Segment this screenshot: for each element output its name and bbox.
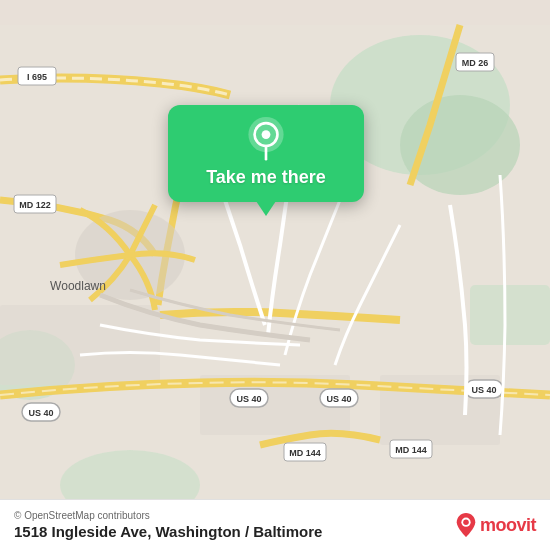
svg-text:I 695: I 695 xyxy=(27,72,47,82)
svg-point-2 xyxy=(400,95,520,195)
take-me-there-label: Take me there xyxy=(206,167,326,188)
moovit-brand-text: moovit xyxy=(480,515,536,536)
svg-text:MD 144: MD 144 xyxy=(289,448,321,458)
svg-text:US 40: US 40 xyxy=(236,394,261,404)
svg-text:MD 26: MD 26 xyxy=(462,58,489,68)
svg-text:US 40: US 40 xyxy=(28,408,53,418)
take-me-there-popup[interactable]: Take me there xyxy=(168,105,364,202)
svg-rect-4 xyxy=(470,285,550,345)
svg-text:MD 144: MD 144 xyxy=(395,445,427,455)
svg-point-36 xyxy=(463,519,469,525)
svg-text:MD 122: MD 122 xyxy=(19,200,51,210)
svg-text:Woodlawn: Woodlawn xyxy=(50,279,106,293)
svg-point-34 xyxy=(262,130,271,139)
svg-text:US 40: US 40 xyxy=(326,394,351,404)
moovit-logo: moovit xyxy=(455,512,536,538)
location-pin-icon xyxy=(244,117,288,161)
map-container: I 695 MD 26 MD 122 MD US 40 US 40 US 40 … xyxy=(0,0,550,550)
svg-rect-6 xyxy=(0,305,160,385)
map-background: I 695 MD 26 MD 122 MD US 40 US 40 US 40 … xyxy=(0,0,550,550)
svg-text:US 40: US 40 xyxy=(471,385,496,395)
moovit-pin-icon xyxy=(455,512,477,538)
